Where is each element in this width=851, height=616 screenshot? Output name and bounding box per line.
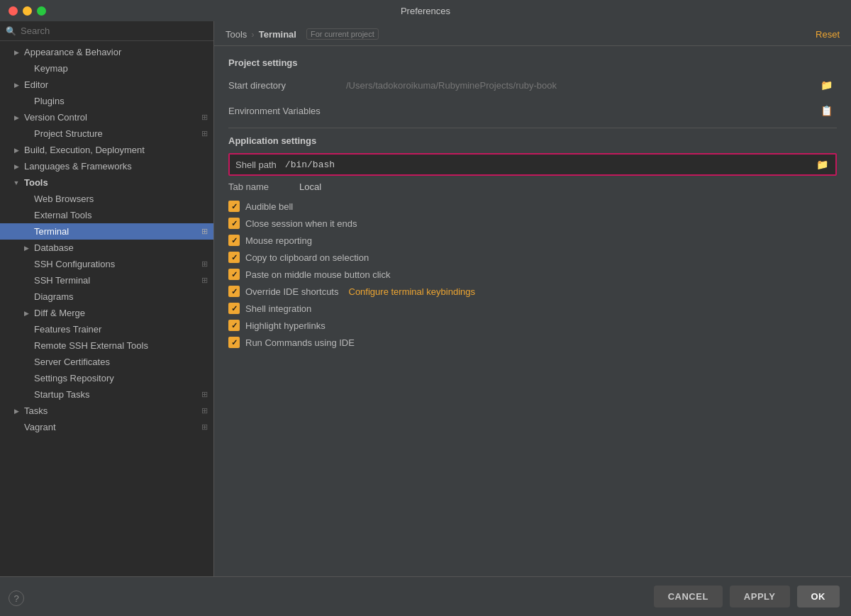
reset-link[interactable]: Reset xyxy=(816,29,840,40)
search-input[interactable] xyxy=(21,26,208,36)
env-variables-edit-button[interactable]: 📋 xyxy=(816,103,837,118)
checkbox-label-highlight-hyperlinks: Highlight hyperlinks xyxy=(245,320,326,331)
sidebar-item-label: Build, Execution, Deployment xyxy=(24,145,145,155)
sidebar-item-web-browsers[interactable]: ▶ Web Browsers xyxy=(0,191,213,207)
apply-button[interactable]: APPLY xyxy=(730,586,790,607)
checkbox-row-run-commands: Run Commands using IDE xyxy=(228,337,837,348)
sidebar-item-terminal[interactable]: ▶ Terminal ⊞ xyxy=(0,223,213,240)
checkbox-highlight-hyperlinks[interactable] xyxy=(228,320,240,331)
breadcrumb-current: Terminal xyxy=(259,29,296,40)
env-variables-label: Environment Variables xyxy=(228,106,342,116)
env-variables-field: 📋 xyxy=(342,103,837,118)
sidebar-item-label: Web Browsers xyxy=(34,194,94,204)
checkboxes-container: Audible bellClose session when it endsMo… xyxy=(228,201,837,348)
sidebar-item-appearance[interactable]: ▶ Appearance & Behavior xyxy=(0,44,213,60)
checkbox-mouse-reporting[interactable] xyxy=(228,235,240,246)
checkbox-link-override-ide[interactable]: Configure terminal keybindings xyxy=(349,286,475,297)
checkbox-row-override-ide: Override IDE shortcutsConfigure terminal… xyxy=(228,286,837,297)
sidebar-item-label: Plugins xyxy=(34,96,65,106)
sidebar-item-project-structure[interactable]: ▶ Project Structure ⊞ xyxy=(0,125,213,142)
sidebar: 🔍 ▶ Appearance & Behavior ▶ Keymap ▶ Edi… xyxy=(0,21,214,576)
sidebar-item-startup-tasks[interactable]: ▶ Startup Tasks ⊞ xyxy=(0,386,213,403)
expand-icon: ▶ xyxy=(11,145,21,155)
checkbox-label-mouse-reporting: Mouse reporting xyxy=(245,235,312,246)
sidebar-item-build[interactable]: ▶ Build, Execution, Deployment xyxy=(0,142,213,158)
sidebar-item-settings-repo[interactable]: ▶ Settings Repository xyxy=(0,370,213,386)
checkbox-row-highlight-hyperlinks: Highlight hyperlinks xyxy=(228,320,837,331)
copy-icon: ⊞ xyxy=(201,259,208,269)
sidebar-item-features-trainer[interactable]: ▶ Features Trainer xyxy=(0,321,213,337)
sidebar-item-label: Keymap xyxy=(34,63,68,74)
checkbox-label-copy-clipboard: Copy to clipboard on selection xyxy=(245,252,369,263)
checkbox-paste-middle[interactable] xyxy=(228,269,240,280)
env-variables-value xyxy=(342,108,812,113)
project-settings-title: Project settings xyxy=(228,57,837,68)
sidebar-item-label: Editor xyxy=(24,79,48,90)
expand-icon: ▶ xyxy=(11,47,21,57)
sidebar-item-ssh-terminal[interactable]: ▶ SSH Terminal ⊞ xyxy=(0,272,213,289)
checkbox-audible-bell[interactable] xyxy=(228,201,240,212)
copy-icon: ⊞ xyxy=(201,113,208,122)
checkbox-label-run-commands: Run Commands using IDE xyxy=(245,337,355,348)
shell-path-input[interactable] xyxy=(285,159,815,170)
main-layout: 🔍 ▶ Appearance & Behavior ▶ Keymap ▶ Edi… xyxy=(0,21,851,576)
checkbox-copy-clipboard[interactable] xyxy=(228,252,240,263)
app-settings-title: Application settings xyxy=(228,135,837,146)
project-badge: For current project xyxy=(306,28,379,40)
section-divider xyxy=(228,128,837,128)
tab-name-label: Tab name xyxy=(228,181,299,192)
checkbox-close-session[interactable] xyxy=(228,218,240,229)
sidebar-item-tasks[interactable]: ▶ Tasks ⊞ xyxy=(0,403,213,419)
sidebar-item-languages[interactable]: ▶ Languages & Frameworks xyxy=(0,158,213,174)
content-body: Project settings Start directory /Users/… xyxy=(214,46,851,576)
sidebar-item-remote-ssh[interactable]: ▶ Remote SSH External Tools xyxy=(0,337,213,354)
window-title: Preferences xyxy=(401,6,450,16)
checkbox-label-audible-bell: Audible bell xyxy=(245,201,293,212)
sidebar-item-tools[interactable]: ▼ Tools xyxy=(0,174,213,191)
checkbox-row-copy-clipboard: Copy to clipboard on selection xyxy=(228,252,837,263)
checkbox-run-commands[interactable] xyxy=(228,337,240,348)
checkbox-shell-integration[interactable] xyxy=(228,303,240,314)
cancel-button[interactable]: CANCEL xyxy=(654,586,723,607)
sidebar-item-server-certs[interactable]: ▶ Server Certificates xyxy=(0,354,213,370)
sidebar-item-database[interactable]: ▶ Database xyxy=(0,240,213,256)
sidebar-item-vagrant[interactable]: ▶ Vagrant ⊞ xyxy=(0,419,213,435)
sidebar-item-diagrams[interactable]: ▶ Diagrams xyxy=(0,289,213,305)
start-directory-label: Start directory xyxy=(228,80,342,91)
sidebar-search-bar[interactable]: 🔍 xyxy=(0,21,213,41)
content-area: Tools › Terminal For current project Res… xyxy=(214,21,851,576)
expand-icon: ▶ xyxy=(21,308,31,318)
checkbox-label-paste-middle: Paste on middle mouse button click xyxy=(245,269,391,280)
sidebar-item-plugins[interactable]: ▶ Plugins xyxy=(0,93,213,109)
shell-path-label: Shell path xyxy=(235,159,277,170)
shell-path-browse-button[interactable]: 📁 xyxy=(815,157,830,172)
ok-button[interactable]: OK xyxy=(797,586,840,607)
sidebar-item-editor[interactable]: ▶ Editor xyxy=(0,77,213,93)
minimize-button[interactable] xyxy=(23,6,32,16)
checkbox-override-ide[interactable] xyxy=(228,286,240,297)
sidebar-item-ssh-configurations[interactable]: ▶ SSH Configurations ⊞ xyxy=(0,256,213,272)
sidebar-item-label: Languages & Frameworks xyxy=(24,161,132,172)
start-directory-row: Start directory /Users/tadokoroikuma/Rub… xyxy=(228,75,837,95)
sidebar-item-label: Project Structure xyxy=(34,128,103,139)
maximize-button[interactable] xyxy=(37,6,46,16)
start-directory-browse-button[interactable]: 📁 xyxy=(816,78,837,92)
tab-name-value: Local xyxy=(299,181,321,192)
sidebar-item-label: Remote SSH External Tools xyxy=(34,340,148,351)
close-button[interactable] xyxy=(9,6,18,16)
checkbox-label-shell-integration: Shell integration xyxy=(245,303,311,314)
checkbox-row-audible-bell: Audible bell xyxy=(228,201,837,212)
copy-icon: ⊞ xyxy=(201,227,208,236)
sidebar-item-external-tools[interactable]: ▶ External Tools xyxy=(0,207,213,223)
sidebar-item-label: SSH Configurations xyxy=(34,259,115,269)
expand-icon: ▶ xyxy=(11,406,21,416)
sidebar-item-version-control[interactable]: ▶ Version Control ⊞ xyxy=(0,109,213,125)
copy-icon: ⊞ xyxy=(201,422,208,432)
checkbox-row-mouse-reporting: Mouse reporting xyxy=(228,235,837,246)
sidebar-item-diff-merge[interactable]: ▶ Diff & Merge xyxy=(0,305,213,321)
sidebar-item-label: Startup Tasks xyxy=(34,389,90,400)
sidebar-item-label: Database xyxy=(34,242,74,253)
copy-icon: ⊞ xyxy=(201,406,208,415)
sidebar-item-keymap[interactable]: ▶ Keymap xyxy=(0,60,213,77)
help-button[interactable]: ? xyxy=(9,590,24,606)
